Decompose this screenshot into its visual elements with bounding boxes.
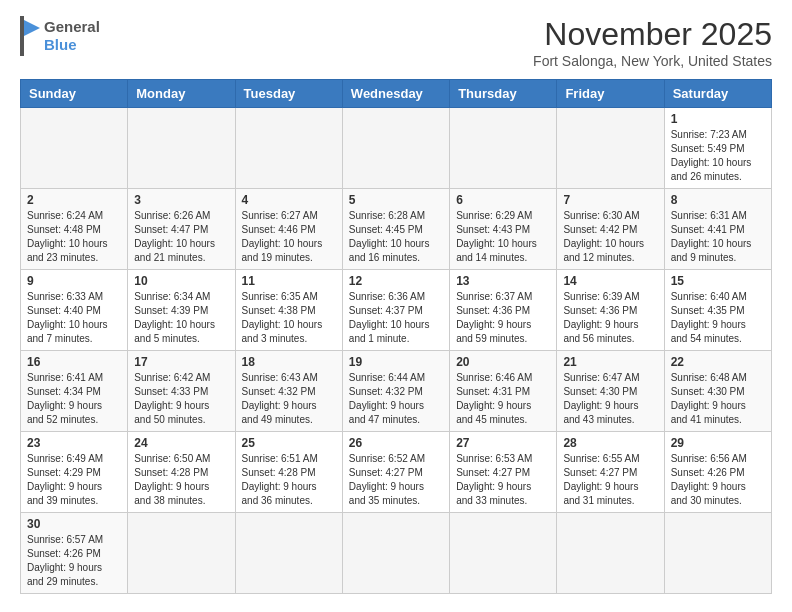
day-number: 20 <box>456 355 550 369</box>
day-number: 3 <box>134 193 228 207</box>
day-info: Sunrise: 6:49 AM Sunset: 4:29 PM Dayligh… <box>27 452 121 508</box>
calendar-cell <box>664 513 771 594</box>
logo-blue: Blue <box>44 36 100 54</box>
weekday-sunday: Sunday <box>21 80 128 108</box>
calendar: SundayMondayTuesdayWednesdayThursdayFrid… <box>20 79 772 594</box>
weekday-thursday: Thursday <box>450 80 557 108</box>
day-info: Sunrise: 6:56 AM Sunset: 4:26 PM Dayligh… <box>671 452 765 508</box>
day-number: 17 <box>134 355 228 369</box>
week-row-5: 23Sunrise: 6:49 AM Sunset: 4:29 PM Dayli… <box>21 432 772 513</box>
calendar-cell <box>128 513 235 594</box>
day-number: 19 <box>349 355 443 369</box>
day-info: Sunrise: 6:42 AM Sunset: 4:33 PM Dayligh… <box>134 371 228 427</box>
calendar-cell <box>21 108 128 189</box>
day-info: Sunrise: 6:50 AM Sunset: 4:28 PM Dayligh… <box>134 452 228 508</box>
calendar-cell: 13Sunrise: 6:37 AM Sunset: 4:36 PM Dayli… <box>450 270 557 351</box>
day-number: 14 <box>563 274 657 288</box>
day-number: 29 <box>671 436 765 450</box>
day-number: 15 <box>671 274 765 288</box>
calendar-cell: 14Sunrise: 6:39 AM Sunset: 4:36 PM Dayli… <box>557 270 664 351</box>
week-row-2: 2Sunrise: 6:24 AM Sunset: 4:48 PM Daylig… <box>21 189 772 270</box>
day-info: Sunrise: 6:47 AM Sunset: 4:30 PM Dayligh… <box>563 371 657 427</box>
day-info: Sunrise: 6:31 AM Sunset: 4:41 PM Dayligh… <box>671 209 765 265</box>
calendar-cell: 11Sunrise: 6:35 AM Sunset: 4:38 PM Dayli… <box>235 270 342 351</box>
day-info: Sunrise: 6:36 AM Sunset: 4:37 PM Dayligh… <box>349 290 443 346</box>
calendar-cell: 4Sunrise: 6:27 AM Sunset: 4:46 PM Daylig… <box>235 189 342 270</box>
day-number: 5 <box>349 193 443 207</box>
day-number: 18 <box>242 355 336 369</box>
day-info: Sunrise: 6:34 AM Sunset: 4:39 PM Dayligh… <box>134 290 228 346</box>
day-number: 16 <box>27 355 121 369</box>
calendar-cell <box>128 108 235 189</box>
day-info: Sunrise: 6:44 AM Sunset: 4:32 PM Dayligh… <box>349 371 443 427</box>
day-number: 23 <box>27 436 121 450</box>
logo-flag-icon <box>20 16 42 56</box>
calendar-cell: 10Sunrise: 6:34 AM Sunset: 4:39 PM Dayli… <box>128 270 235 351</box>
location: Fort Salonga, New York, United States <box>533 53 772 69</box>
day-info: Sunrise: 6:24 AM Sunset: 4:48 PM Dayligh… <box>27 209 121 265</box>
calendar-cell <box>450 108 557 189</box>
day-info: Sunrise: 6:41 AM Sunset: 4:34 PM Dayligh… <box>27 371 121 427</box>
day-number: 12 <box>349 274 443 288</box>
day-number: 21 <box>563 355 657 369</box>
calendar-cell: 17Sunrise: 6:42 AM Sunset: 4:33 PM Dayli… <box>128 351 235 432</box>
day-info: Sunrise: 7:23 AM Sunset: 5:49 PM Dayligh… <box>671 128 765 184</box>
day-info: Sunrise: 6:43 AM Sunset: 4:32 PM Dayligh… <box>242 371 336 427</box>
day-info: Sunrise: 6:30 AM Sunset: 4:42 PM Dayligh… <box>563 209 657 265</box>
day-number: 9 <box>27 274 121 288</box>
day-number: 6 <box>456 193 550 207</box>
day-number: 2 <box>27 193 121 207</box>
day-info: Sunrise: 6:29 AM Sunset: 4:43 PM Dayligh… <box>456 209 550 265</box>
day-info: Sunrise: 6:51 AM Sunset: 4:28 PM Dayligh… <box>242 452 336 508</box>
calendar-cell: 28Sunrise: 6:55 AM Sunset: 4:27 PM Dayli… <box>557 432 664 513</box>
month-title: November 2025 <box>533 16 772 53</box>
logo-text: General Blue <box>44 18 100 54</box>
day-info: Sunrise: 6:53 AM Sunset: 4:27 PM Dayligh… <box>456 452 550 508</box>
calendar-cell <box>557 513 664 594</box>
logo-container: General Blue <box>20 16 100 56</box>
header: General Blue November 2025 Fort Salonga,… <box>20 16 772 69</box>
day-number: 1 <box>671 112 765 126</box>
day-number: 24 <box>134 436 228 450</box>
calendar-cell: 23Sunrise: 6:49 AM Sunset: 4:29 PM Dayli… <box>21 432 128 513</box>
day-number: 27 <box>456 436 550 450</box>
calendar-cell: 22Sunrise: 6:48 AM Sunset: 4:30 PM Dayli… <box>664 351 771 432</box>
calendar-cell: 15Sunrise: 6:40 AM Sunset: 4:35 PM Dayli… <box>664 270 771 351</box>
logo: General Blue <box>20 16 100 56</box>
calendar-cell: 24Sunrise: 6:50 AM Sunset: 4:28 PM Dayli… <box>128 432 235 513</box>
calendar-cell: 20Sunrise: 6:46 AM Sunset: 4:31 PM Dayli… <box>450 351 557 432</box>
week-row-1: 1Sunrise: 7:23 AM Sunset: 5:49 PM Daylig… <box>21 108 772 189</box>
day-info: Sunrise: 6:37 AM Sunset: 4:36 PM Dayligh… <box>456 290 550 346</box>
day-info: Sunrise: 6:55 AM Sunset: 4:27 PM Dayligh… <box>563 452 657 508</box>
week-row-4: 16Sunrise: 6:41 AM Sunset: 4:34 PM Dayli… <box>21 351 772 432</box>
calendar-cell: 6Sunrise: 6:29 AM Sunset: 4:43 PM Daylig… <box>450 189 557 270</box>
day-info: Sunrise: 6:27 AM Sunset: 4:46 PM Dayligh… <box>242 209 336 265</box>
calendar-cell: 25Sunrise: 6:51 AM Sunset: 4:28 PM Dayli… <box>235 432 342 513</box>
day-number: 13 <box>456 274 550 288</box>
weekday-monday: Monday <box>128 80 235 108</box>
week-row-3: 9Sunrise: 6:33 AM Sunset: 4:40 PM Daylig… <box>21 270 772 351</box>
day-info: Sunrise: 6:52 AM Sunset: 4:27 PM Dayligh… <box>349 452 443 508</box>
weekday-friday: Friday <box>557 80 664 108</box>
weekday-tuesday: Tuesday <box>235 80 342 108</box>
page: General Blue November 2025 Fort Salonga,… <box>0 0 792 612</box>
weekday-wednesday: Wednesday <box>342 80 449 108</box>
calendar-cell <box>557 108 664 189</box>
day-info: Sunrise: 6:33 AM Sunset: 4:40 PM Dayligh… <box>27 290 121 346</box>
day-number: 28 <box>563 436 657 450</box>
calendar-cell: 2Sunrise: 6:24 AM Sunset: 4:48 PM Daylig… <box>21 189 128 270</box>
calendar-cell <box>450 513 557 594</box>
weekday-header-row: SundayMondayTuesdayWednesdayThursdayFrid… <box>21 80 772 108</box>
svg-marker-1 <box>24 20 40 36</box>
day-number: 26 <box>349 436 443 450</box>
day-number: 30 <box>27 517 121 531</box>
week-row-6: 30Sunrise: 6:57 AM Sunset: 4:26 PM Dayli… <box>21 513 772 594</box>
calendar-cell: 29Sunrise: 6:56 AM Sunset: 4:26 PM Dayli… <box>664 432 771 513</box>
calendar-cell: 16Sunrise: 6:41 AM Sunset: 4:34 PM Dayli… <box>21 351 128 432</box>
calendar-cell: 8Sunrise: 6:31 AM Sunset: 4:41 PM Daylig… <box>664 189 771 270</box>
calendar-cell: 12Sunrise: 6:36 AM Sunset: 4:37 PM Dayli… <box>342 270 449 351</box>
day-info: Sunrise: 6:35 AM Sunset: 4:38 PM Dayligh… <box>242 290 336 346</box>
title-block: November 2025 Fort Salonga, New York, Un… <box>533 16 772 69</box>
day-number: 22 <box>671 355 765 369</box>
day-number: 10 <box>134 274 228 288</box>
